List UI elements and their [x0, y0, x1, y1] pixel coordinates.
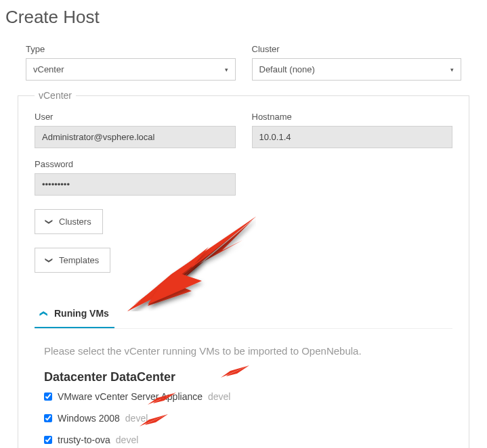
vm-name: VMware vCenter Server Appliance: [58, 391, 203, 402]
vm-checkbox[interactable]: [44, 436, 52, 444]
vm-tag: devel: [116, 434, 138, 445]
chevron-down-icon: ❯: [45, 257, 54, 263]
list-item: Windows 2008 devel: [44, 413, 452, 424]
vcenter-fieldset: vCenter User Hostname Password ❯ Cluster…: [18, 90, 469, 448]
password-label: Password: [35, 159, 236, 169]
vcenter-legend: vCenter: [35, 90, 76, 101]
type-select[interactable]: vCenter ▾: [26, 58, 236, 81]
templates-button[interactable]: ❯ Templates: [35, 248, 110, 273]
cluster-select-value: Default (none): [259, 64, 315, 74]
list-item: VMware vCenter Server Appliance devel: [44, 391, 452, 402]
vm-list: VMware vCenter Server Appliance devel Wi…: [44, 391, 452, 445]
chevron-down-icon: ❯: [45, 219, 54, 225]
cluster-select[interactable]: Default (none) ▾: [252, 58, 462, 81]
tab-running-vms-label: Runing VMs: [54, 308, 109, 319]
chevron-up-icon: ❯: [39, 311, 47, 317]
tab-running-vms[interactable]: ❯ Runing VMs: [35, 300, 114, 328]
list-item: trusty-to-ova devel: [44, 434, 452, 445]
vm-checkbox[interactable]: [44, 393, 52, 401]
user-label: User: [35, 112, 236, 122]
cluster-label: Cluster: [252, 44, 462, 54]
page-title: Create Host: [5, 7, 482, 28]
user-input[interactable]: [35, 126, 236, 148]
caret-down-icon: ▾: [225, 66, 228, 73]
hostname-label: Hostname: [252, 112, 453, 122]
clusters-button[interactable]: ❯ Clusters: [35, 209, 103, 234]
type-select-value: vCenter: [33, 64, 64, 74]
import-instructions: Please select the vCenter running VMs to…: [44, 345, 452, 357]
type-label: Type: [26, 44, 236, 54]
datacenter-title: Datacenter DataCenter: [44, 370, 452, 384]
vm-checkbox[interactable]: [44, 414, 52, 422]
clusters-button-label: Clusters: [59, 217, 91, 227]
caret-down-icon: ▾: [450, 66, 454, 73]
templates-button-label: Templates: [59, 255, 99, 265]
vm-name: trusty-to-ova: [58, 434, 110, 445]
vm-tag: devel: [125, 413, 148, 424]
password-input[interactable]: [35, 173, 236, 196]
hostname-input[interactable]: [252, 126, 453, 148]
vm-tag: devel: [208, 391, 230, 402]
vm-name: Windows 2008: [58, 413, 120, 424]
